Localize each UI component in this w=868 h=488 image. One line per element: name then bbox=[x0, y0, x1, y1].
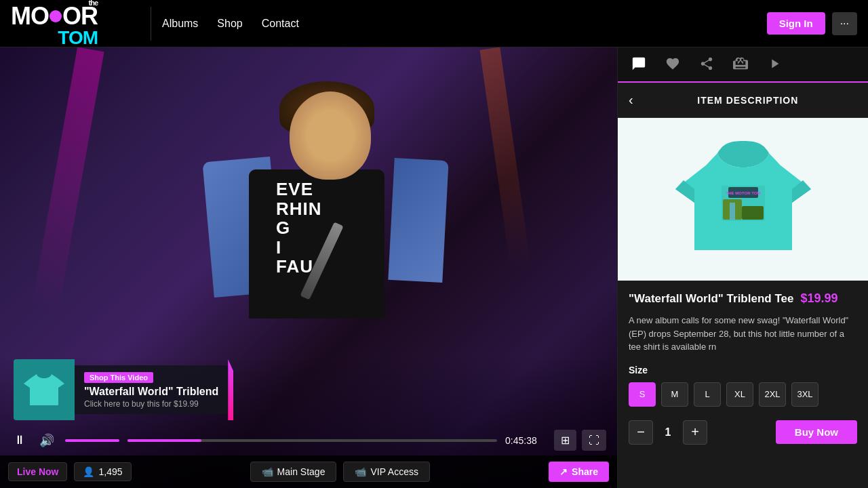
video-background: EVE RHIN G I FAU bbox=[0, 47, 617, 488]
main-stage-button[interactable]: 📹 Main Stage bbox=[250, 462, 337, 482]
main-stage-camera-icon: 📹 bbox=[262, 466, 273, 477]
nav-divider bbox=[151, 7, 151, 41]
product-image-area: THE MOTOR TOM bbox=[618, 118, 868, 281]
tab-share[interactable] bbox=[691, 49, 722, 81]
size-3xl[interactable]: 3XL bbox=[791, 382, 818, 407]
share-label: Share bbox=[572, 466, 598, 477]
product-name-overlay: "Waterfall World" Triblend bbox=[84, 386, 218, 398]
svg-rect-3 bbox=[742, 206, 764, 220]
quantity-value: 1 bbox=[661, 426, 675, 439]
nav-albums[interactable]: Albums bbox=[162, 18, 198, 30]
product-price: $19.99 bbox=[800, 291, 837, 306]
main-stage-label: Main Stage bbox=[277, 466, 326, 477]
quantity-row: − 1 + Buy Now bbox=[629, 420, 857, 445]
vip-camera-icon: 📹 bbox=[355, 466, 366, 477]
share-tab-icon bbox=[699, 56, 714, 71]
play-icon bbox=[767, 56, 782, 71]
logo-tom: TOM bbox=[11, 28, 98, 47]
size-2xl[interactable]: 2XL bbox=[759, 382, 786, 407]
tab-play[interactable] bbox=[759, 49, 790, 81]
nav-links: Albums Shop Contact bbox=[162, 18, 756, 30]
tab-chat[interactable] bbox=[623, 49, 654, 81]
tshirt-svg: THE MOTOR TOM bbox=[669, 131, 818, 267]
product-title: "Waterfall World" Triblend Tee bbox=[629, 292, 793, 306]
video-controls: ⏸ 🔊 0:45:38 ⊞ ⛶ bbox=[0, 430, 617, 451]
fullscreen-button[interactable]: ⛶ bbox=[582, 430, 606, 451]
size-l[interactable]: L bbox=[694, 382, 721, 407]
gift-icon bbox=[733, 56, 748, 71]
nav-actions: Sign In ··· bbox=[767, 12, 857, 35]
size-s[interactable]: S bbox=[629, 382, 656, 407]
progress-bar[interactable] bbox=[127, 439, 497, 442]
product-description: A new album calls for some new swag! "Wa… bbox=[629, 314, 857, 354]
viewer-number: 1,495 bbox=[98, 466, 122, 477]
viewer-count: 👤 1,495 bbox=[74, 462, 131, 481]
buy-now-button[interactable]: Buy Now bbox=[776, 420, 857, 444]
vip-access-button[interactable]: 📹 VIP Access bbox=[343, 462, 430, 482]
size-label: Size bbox=[629, 365, 857, 375]
size-m[interactable]: M bbox=[661, 382, 688, 407]
vip-access-label: VIP Access bbox=[370, 466, 418, 477]
logo: the MOOR TOM bbox=[11, 0, 140, 47]
quantity-increase[interactable]: + bbox=[683, 420, 707, 445]
panel-tabs bbox=[618, 47, 868, 83]
volume-bar[interactable] bbox=[65, 439, 119, 442]
light-beam-left bbox=[31, 47, 104, 312]
sign-in-button[interactable]: Sign In bbox=[767, 12, 825, 35]
top-navigation: the MOOR TOM Albums Shop Contact Sign In… bbox=[0, 0, 868, 47]
nav-contact[interactable]: Contact bbox=[262, 18, 299, 30]
performer-head bbox=[290, 92, 371, 180]
chat-icon bbox=[631, 56, 646, 71]
video-bottom-bar: Live Now 👤 1,495 📹 Main Stage 📹 VIP Acce… bbox=[0, 455, 617, 488]
main-content: EVE RHIN G I FAU Shop Thi bbox=[0, 47, 868, 488]
volume-icon: 🔊 bbox=[39, 433, 54, 448]
progress-fill bbox=[127, 439, 201, 442]
logo-motor: MOOR bbox=[11, 4, 98, 28]
svg-text:THE MOTOR TOM: THE MOTOR TOM bbox=[726, 191, 760, 195]
jacket-right bbox=[388, 158, 448, 283]
time-display: 0:45:38 bbox=[505, 435, 546, 446]
nav-shop[interactable]: Shop bbox=[217, 18, 242, 30]
live-badge[interactable]: Live Now bbox=[8, 462, 67, 481]
section-title: ITEM DESCRIPTION bbox=[639, 95, 857, 106]
tshirt-image: THE MOTOR TOM bbox=[669, 131, 818, 267]
product-details: "Waterfall World" Triblend Tee $19.99 A … bbox=[618, 281, 868, 455]
svg-rect-0 bbox=[35, 385, 53, 400]
product-thumbnail bbox=[14, 359, 75, 420]
product-thumb-image bbox=[20, 366, 68, 413]
fullscreen-buttons: ⊞ ⛶ bbox=[554, 430, 606, 451]
pause-button[interactable]: ⏸ bbox=[11, 430, 28, 450]
share-icon: ↗ bbox=[559, 466, 568, 477]
svg-rect-4 bbox=[730, 203, 735, 220]
panel-header: ‹ ITEM DESCRIPTION bbox=[618, 83, 868, 118]
viewer-icon: 👤 bbox=[83, 466, 94, 477]
size-options: S M L XL 2XL 3XL bbox=[629, 382, 857, 407]
shop-badge: Shop This Video bbox=[84, 372, 153, 383]
volume-button[interactable]: 🔊 bbox=[37, 430, 57, 451]
quantity-decrease[interactable]: − bbox=[629, 420, 653, 445]
share-button[interactable]: ↗ Share bbox=[549, 462, 609, 482]
video-area: EVE RHIN G I FAU Shop Thi bbox=[0, 47, 617, 488]
theater-mode-button[interactable]: ⊞ bbox=[554, 430, 576, 451]
pause-icon: ⏸ bbox=[14, 433, 26, 447]
product-info-overlay: Shop This Video "Waterfall World" Trible… bbox=[75, 365, 228, 414]
more-button[interactable]: ··· bbox=[832, 12, 857, 35]
product-cta: Click here to buy this for $19.99 bbox=[84, 399, 218, 409]
light-beam-right bbox=[480, 47, 531, 268]
tab-gift[interactable] bbox=[725, 49, 756, 81]
stage-buttons: 📹 Main Stage 📹 VIP Access bbox=[138, 462, 542, 482]
heart-icon bbox=[665, 56, 680, 71]
back-button[interactable]: ‹ bbox=[629, 92, 633, 108]
size-xl[interactable]: XL bbox=[726, 382, 753, 407]
right-panel: ‹ ITEM DESCRIPTION bbox=[617, 47, 868, 488]
tab-heart[interactable] bbox=[657, 49, 688, 81]
product-title-price: "Waterfall World" Triblend Tee $19.99 bbox=[629, 291, 857, 306]
product-overlay[interactable]: Shop This Video "Waterfall World" Trible… bbox=[14, 359, 228, 420]
